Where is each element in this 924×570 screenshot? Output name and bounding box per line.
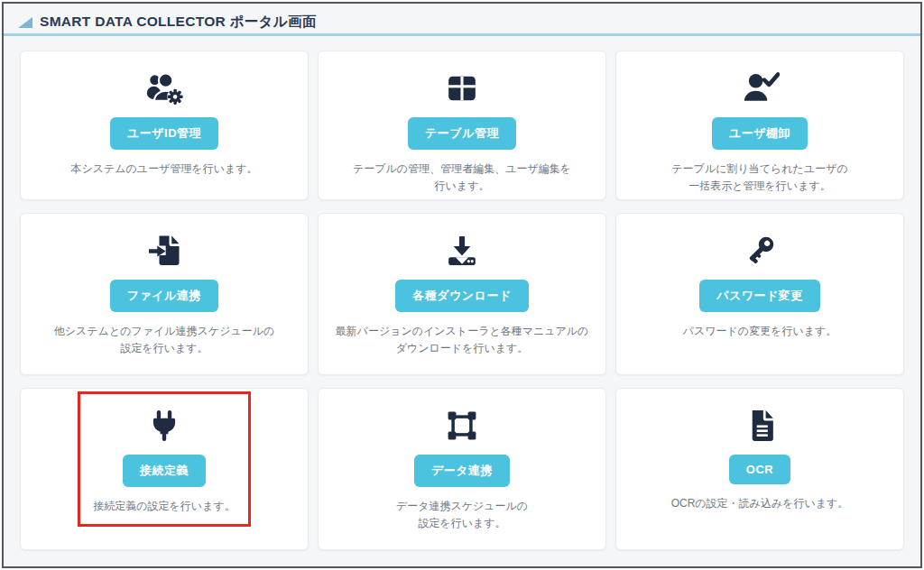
card-content: ユーザ棚卸 テーブルに割り当てられたユーザの 一括表示と管理を行います。 <box>656 54 863 206</box>
portal-window: SMART DATA COLLECTOR ポータル画面 ユーザID管理 本システ… <box>2 2 922 568</box>
plug-icon <box>144 405 184 446</box>
table-management-button[interactable]: テーブル管理 <box>408 117 516 150</box>
data-linkage-button[interactable]: データ連携 <box>414 455 510 487</box>
card-description: データ連携スケジュールの 設定を行います。 <box>396 498 528 531</box>
header-triangle-icon <box>18 17 32 28</box>
card-content: パスワード変更 パスワードの変更を行います。 <box>668 216 853 352</box>
page-header: SMART DATA COLLECTOR ポータル画面 <box>4 4 920 33</box>
page-title: SMART DATA COLLECTOR ポータル画面 <box>40 14 317 29</box>
card-downloads[interactable]: 各種ダウンロード 最新バージョンのインストーラと各種マニュアルの ダウンロードを… <box>318 213 606 375</box>
key-icon <box>740 230 780 271</box>
card-content: データ連携 データ連携スケジュールの 設定を行います。 <box>381 391 543 543</box>
card-description: テーブルの管理、管理者編集、ユーザ編集を 行います。 <box>353 161 571 194</box>
users-gear-icon <box>144 68 184 109</box>
card-description: 最新バージョンのインストーラと各種マニュアルの ダウンロードを行います。 <box>336 323 589 356</box>
connection-definition-button[interactable]: 接続定義 <box>123 455 206 487</box>
card-description: 接続定義の設定を行います。 <box>93 498 235 515</box>
user-check-icon <box>740 68 780 109</box>
password-change-button[interactable]: パスワード変更 <box>699 280 820 312</box>
card-user-inventory[interactable]: ユーザ棚卸 テーブルに割り当てられたユーザの 一括表示と管理を行います。 <box>615 51 904 200</box>
card-description: パスワードの変更を行います。 <box>683 323 837 340</box>
file-linkage-button[interactable]: ファイル連携 <box>110 280 218 312</box>
card-content: テーブル管理 テーブルの管理、管理者編集、ユーザ編集を 行います。 <box>337 54 587 206</box>
card-user-id-management[interactable]: ユーザID管理 本システムのユーザ管理を行います。 <box>20 51 309 200</box>
card-connection-definition[interactable]: 接続定義 接続定義の設定を行います。 <box>20 388 309 550</box>
card-description: 本システムのユーザ管理を行います。 <box>70 161 257 178</box>
card-ocr[interactable]: OCR OCRの設定・読み込みを行います。 <box>615 388 904 550</box>
card-content: 各種ダウンロード 最新バージョンのインストーラと各種マニュアルの ダウンロードを… <box>320 216 605 368</box>
download-icon <box>442 230 482 271</box>
file-lines-icon <box>740 405 780 446</box>
table-icon <box>442 68 482 109</box>
ocr-button[interactable]: OCR <box>729 455 790 484</box>
cards-grid: ユーザID管理 本システムのユーザ管理を行います。 テーブル管理 テーブルの管理… <box>4 36 920 566</box>
card-content: ユーザID管理 本システムのユーザ管理を行います。 <box>55 54 273 189</box>
card-password-change[interactable]: パスワード変更 パスワードの変更を行います。 <box>615 213 904 375</box>
file-import-icon <box>144 230 184 271</box>
card-content: OCR OCRの設定・読み込みを行います。 <box>656 391 864 524</box>
card-file-linkage[interactable]: ファイル連携 他システムとのファイル連携スケジュールの 設定を行います。 <box>20 213 309 375</box>
card-highlight-box: 接続定義 接続定義の設定を行います。 <box>78 391 250 527</box>
downloads-button[interactable]: 各種ダウンロード <box>395 280 529 312</box>
card-content: ファイル連携 他システムとのファイル連携スケジュールの 設定を行います。 <box>39 216 291 368</box>
card-data-linkage[interactable]: データ連携 データ連携スケジュールの 設定を行います。 <box>318 388 606 550</box>
card-description: OCRの設定・読み込みを行います。 <box>671 495 849 512</box>
vector-square-icon <box>442 405 482 446</box>
user-inventory-button[interactable]: ユーザ棚卸 <box>712 117 808 150</box>
card-description: テーブルに割り当てられたユーザの 一括表示と管理を行います。 <box>671 161 847 194</box>
card-table-management[interactable]: テーブル管理 テーブルの管理、管理者編集、ユーザ編集を 行います。 <box>318 51 606 200</box>
card-description: 他システムとのファイル連携スケジュールの 設定を行います。 <box>54 323 275 356</box>
user-id-management-button[interactable]: ユーザID管理 <box>110 117 218 150</box>
